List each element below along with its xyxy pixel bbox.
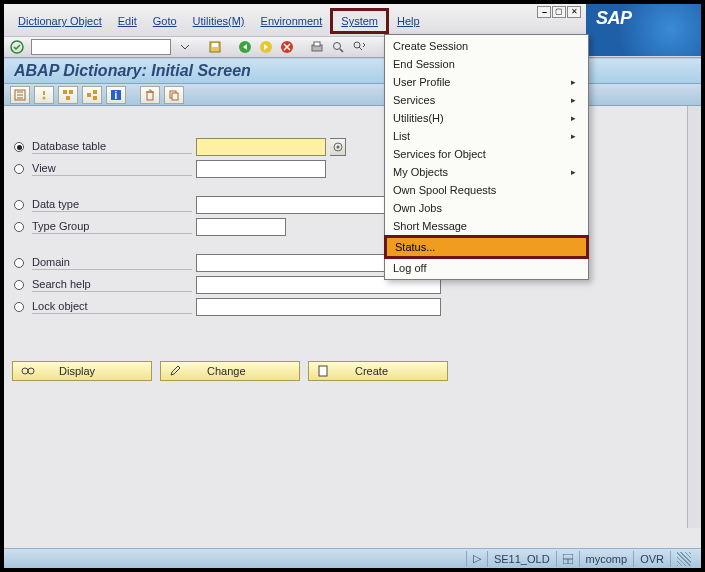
dd-list[interactable]: List▸ xyxy=(385,127,588,145)
find-button[interactable] xyxy=(329,39,347,55)
back-button[interactable] xyxy=(236,39,254,55)
dd-status[interactable]: Status... xyxy=(387,238,586,256)
app-btn-delete[interactable] xyxy=(140,86,160,104)
label-view: View xyxy=(32,162,192,176)
menu-utilities[interactable]: Utilities(M) xyxy=(185,13,253,29)
titlebar: ‒ ▢ ✕ SAP Dictionary Object Edit Goto Ut… xyxy=(4,4,701,36)
menu-goto[interactable]: Goto xyxy=(145,13,185,29)
menu-system[interactable]: System xyxy=(330,8,389,34)
svg-point-14 xyxy=(43,96,46,99)
radio-data-type[interactable] xyxy=(14,200,24,210)
print-button[interactable] xyxy=(308,39,326,55)
status-mode: OVR xyxy=(633,551,670,567)
submenu-arrow-icon: ▸ xyxy=(571,77,576,87)
dd-own-jobs[interactable]: Own Jobs xyxy=(385,199,588,217)
app-btn-copy[interactable] xyxy=(164,86,184,104)
svg-rect-23 xyxy=(147,92,153,100)
svg-rect-20 xyxy=(93,96,97,100)
menu-dictionary-object[interactable]: Dictionary Object xyxy=(10,13,110,29)
display-label: Display xyxy=(59,365,95,377)
find-next-button[interactable] xyxy=(350,39,368,55)
body-area: Database table View Data type Type Group xyxy=(4,106,701,548)
app-btn-1[interactable] xyxy=(10,86,30,104)
command-field[interactable] xyxy=(31,39,171,55)
svg-rect-25 xyxy=(172,93,178,100)
label-data-type: Data type xyxy=(32,198,192,212)
input-database-table[interactable] xyxy=(196,138,326,156)
dd-utilities[interactable]: Utilities(H)▸ xyxy=(385,109,588,127)
dd-user-profile[interactable]: User Profile▸ xyxy=(385,73,588,91)
label-database-table: Database table xyxy=(32,140,192,154)
exit-button[interactable] xyxy=(257,39,275,55)
dd-services[interactable]: Services▸ xyxy=(385,91,588,109)
input-lock-object[interactable] xyxy=(196,298,441,316)
display-button[interactable]: Display xyxy=(12,361,152,381)
dd-short-message[interactable]: Short Message xyxy=(385,217,588,235)
maximize-button[interactable]: ▢ xyxy=(552,6,566,18)
save-button[interactable] xyxy=(206,39,224,55)
label-domain: Domain xyxy=(32,256,192,270)
minimize-button[interactable]: ‒ xyxy=(537,6,551,18)
option-group-2: Data type Type Group xyxy=(14,194,691,238)
svg-point-8 xyxy=(334,43,341,50)
svg-rect-13 xyxy=(43,91,45,95)
vertical-scrollbar[interactable] xyxy=(687,106,701,528)
svg-line-11 xyxy=(359,47,362,50)
submenu-arrow-icon: ▸ xyxy=(571,95,576,105)
cancel-button[interactable] xyxy=(278,39,296,55)
sap-logo-text: SAP xyxy=(596,8,632,29)
change-label: Change xyxy=(207,365,246,377)
option-type-group: Type Group xyxy=(14,216,691,238)
dd-my-objects[interactable]: My Objects▸ xyxy=(385,163,588,181)
glasses-icon xyxy=(21,366,35,376)
page-icon xyxy=(317,365,331,377)
svg-line-9 xyxy=(340,49,343,52)
change-button[interactable]: Change xyxy=(160,361,300,381)
enter-button[interactable] xyxy=(8,39,26,55)
command-dropdown-icon[interactable] xyxy=(176,39,194,55)
action-bar: Display Change Create xyxy=(12,361,448,381)
menu-environment[interactable]: Environment xyxy=(253,13,331,29)
menu-edit[interactable]: Edit xyxy=(110,13,145,29)
radio-view[interactable] xyxy=(14,164,24,174)
app-btn-3[interactable] xyxy=(58,86,78,104)
app-btn-info[interactable]: i xyxy=(106,86,126,104)
radio-lock-object[interactable] xyxy=(14,302,24,312)
option-search-help: Search help xyxy=(14,274,691,296)
option-database-table: Database table xyxy=(14,136,691,158)
app-btn-4[interactable] xyxy=(82,86,102,104)
radio-database-table[interactable] xyxy=(14,142,24,152)
status-bar: ▷ SE11_OLD mycomp OVR xyxy=(4,548,701,568)
option-lock-object: Lock object xyxy=(14,296,691,318)
status-system: mycomp xyxy=(579,551,634,567)
page-title: ABAP Dictionary: Initial Screen xyxy=(4,58,701,84)
status-layout-icon[interactable] xyxy=(556,551,579,567)
dd-log-off[interactable]: Log off xyxy=(385,259,588,277)
svg-point-28 xyxy=(22,368,28,374)
create-button[interactable]: Create xyxy=(308,361,448,381)
radio-type-group[interactable] xyxy=(14,222,24,232)
svg-point-29 xyxy=(28,368,34,374)
dd-services-for-object[interactable]: Services for Object xyxy=(385,145,588,163)
label-search-help: Search help xyxy=(32,278,192,292)
menu-help[interactable]: Help xyxy=(389,13,428,29)
svg-rect-18 xyxy=(87,93,91,97)
svg-rect-31 xyxy=(319,366,327,376)
radio-search-help[interactable] xyxy=(14,280,24,290)
svg-rect-19 xyxy=(93,90,97,94)
app-btn-2[interactable] xyxy=(34,86,54,104)
input-view[interactable] xyxy=(196,160,326,178)
close-button[interactable]: ✕ xyxy=(567,6,581,18)
status-grip xyxy=(670,551,697,567)
radio-domain[interactable] xyxy=(14,258,24,268)
submenu-arrow-icon: ▸ xyxy=(571,167,576,177)
dd-end-session[interactable]: End Session xyxy=(385,55,588,73)
status-tcode: SE11_OLD xyxy=(487,551,556,567)
status-expand-icon[interactable]: ▷ xyxy=(466,551,487,567)
dd-create-session[interactable]: Create Session xyxy=(385,37,588,55)
dd-own-spool-requests[interactable]: Own Spool Requests xyxy=(385,181,588,199)
svg-text:i: i xyxy=(115,90,118,101)
f4-database-table[interactable] xyxy=(330,138,346,156)
input-type-group[interactable] xyxy=(196,218,286,236)
window-buttons: ‒ ▢ ✕ xyxy=(537,6,581,18)
